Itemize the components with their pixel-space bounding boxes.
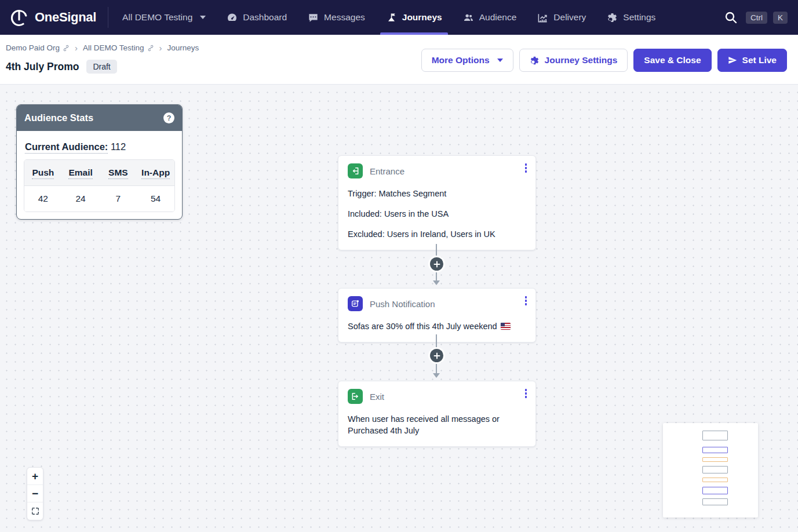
search-icon[interactable] — [722, 8, 740, 27]
nav-item-messages[interactable]: Messages — [297, 0, 376, 35]
page-title: 4th July Promo — [6, 61, 79, 73]
status-badge: Draft — [86, 60, 116, 74]
nav-item-dashboard[interactable]: Dashboard — [216, 0, 297, 35]
button-label: Save & Close — [644, 55, 701, 65]
nav-item-settings[interactable]: Settings — [596, 0, 666, 35]
top-navbar: OneSignal All DEMO Testing Dashboard Mes… — [0, 0, 798, 35]
value-push: 42 — [24, 186, 62, 212]
messages-icon — [308, 12, 319, 23]
column-header-push: Push — [24, 160, 62, 185]
journey-canvas[interactable]: Audience Stats ? Current Audience: 112 P… — [0, 85, 798, 532]
header-actions: More Options Journey Settings Save & Clo… — [421, 49, 787, 72]
kbd-ctrl: Ctrl — [746, 12, 767, 24]
audience-stats-header: Audience Stats ? — [17, 105, 182, 131]
audience-icon — [463, 12, 474, 23]
channel-stats-value-row: 42 24 7 54 — [24, 186, 174, 212]
nav-label: Dashboard — [243, 12, 287, 23]
audience-stats-title: Audience Stats — [24, 112, 93, 123]
minimap-node — [702, 466, 728, 473]
nav-item-delivery[interactable]: Delivery — [527, 0, 596, 35]
nav-label: Audience — [479, 12, 517, 23]
nav-item-audience[interactable]: Audience — [453, 0, 527, 35]
channel-stats-header-row: Push Email SMS In-App — [24, 160, 174, 186]
fit-view-button[interactable] — [27, 502, 43, 520]
us-flag-icon — [501, 323, 511, 330]
delivery-icon — [537, 12, 548, 23]
breadcrumb-separator: › — [159, 43, 162, 53]
entrance-excluded-text: Excluded: Users in Ireland, Users in UK — [348, 228, 526, 240]
breadcrumb-journeys[interactable]: Journeys — [167, 43, 199, 52]
button-label: Journey Settings — [545, 55, 618, 65]
value-sms: 7 — [100, 186, 137, 212]
connector-arrowhead — [433, 280, 440, 285]
push-message-text: Sofas are 30% off this 4th July weekend — [348, 320, 497, 332]
current-audience-row: Current Audience: 112 — [24, 138, 175, 159]
breadcrumb-label: Journeys — [167, 43, 199, 52]
node-label: Push Notification — [370, 299, 435, 309]
dashboard-icon — [227, 12, 238, 23]
app-selector[interactable]: All DEMO Testing — [112, 0, 216, 35]
nav-item-journeys[interactable]: Journeys — [376, 0, 453, 35]
add-step-button[interactable] — [430, 349, 443, 362]
exit-condition-text: When user has received all messages or P… — [348, 413, 516, 436]
connector-arrowhead — [433, 373, 440, 378]
value-email: 24 — [62, 186, 100, 212]
kbd-k: K — [773, 12, 788, 24]
node-label: Entrance — [370, 166, 405, 176]
column-header-email: Email — [62, 160, 100, 185]
entrance-trigger-text: Trigger: Matches Segment — [348, 188, 526, 199]
entrance-node[interactable]: Entrance Trigger: Matches Segment Includ… — [338, 155, 536, 250]
minimap-node — [702, 431, 728, 440]
kebab-menu-icon[interactable] — [523, 387, 529, 400]
push-notification-node[interactable]: Push Notification Sofas are 30% off this… — [338, 288, 536, 342]
nav-items: All DEMO Testing Dashboard Messages — [112, 0, 666, 35]
nav-divider — [108, 7, 108, 28]
nav-label: Settings — [623, 12, 655, 23]
breadcrumb-separator: › — [75, 43, 78, 53]
zoom-in-button[interactable]: + — [27, 468, 43, 485]
current-audience-value: 112 — [111, 141, 126, 152]
exit-node[interactable]: Exit When user has received all messages… — [338, 381, 536, 447]
nav-label: Messages — [324, 12, 365, 23]
link-icon — [147, 45, 154, 52]
breadcrumb-org[interactable]: Demo Paid Org — [6, 43, 70, 52]
app-selector-label: All DEMO Testing — [122, 12, 192, 23]
minimap-node — [702, 447, 728, 453]
column-header-inapp: In-App — [137, 160, 174, 185]
onesignal-logo[interactable]: OneSignal — [9, 0, 108, 35]
paper-plane-icon — [728, 56, 737, 65]
onesignal-logo-icon — [9, 8, 29, 27]
chevron-down-icon — [497, 59, 503, 62]
minimap-node — [702, 487, 728, 494]
column-header-sms: SMS — [100, 160, 137, 185]
kebab-menu-icon[interactable] — [523, 162, 529, 174]
node-label: Exit — [370, 392, 384, 402]
zoom-out-button[interactable]: − — [27, 485, 43, 502]
more-options-button[interactable]: More Options — [421, 49, 513, 72]
brand-name: OneSignal — [35, 10, 96, 25]
breadcrumb-app[interactable]: All DEMO Testing — [83, 43, 154, 52]
nav-label: Journeys — [402, 12, 442, 23]
journeys-icon — [386, 12, 397, 23]
kebab-menu-icon[interactable] — [523, 294, 529, 307]
save-close-button[interactable]: Save & Close — [633, 49, 711, 72]
push-notification-icon — [348, 296, 363, 311]
add-step-button[interactable] — [430, 257, 443, 271]
audience-stats-panel: Audience Stats ? Current Audience: 112 P… — [16, 104, 183, 220]
chevron-down-icon — [200, 16, 206, 19]
set-live-button[interactable]: Set Live — [717, 49, 787, 72]
gear-icon — [530, 56, 540, 65]
journey-settings-button[interactable]: Journey Settings — [519, 49, 628, 72]
fit-view-icon — [31, 507, 39, 515]
minimap-node — [702, 498, 728, 505]
help-icon[interactable]: ? — [163, 112, 174, 123]
minimap-node — [702, 457, 728, 462]
exit-icon — [348, 389, 363, 404]
value-inapp: 54 — [137, 186, 174, 212]
minimap[interactable] — [663, 423, 758, 518]
minimap-node — [702, 478, 728, 482]
entrance-included-text: Included: Users in the USA — [348, 208, 526, 220]
entrance-icon — [348, 163, 363, 178]
breadcrumb-label: All DEMO Testing — [83, 43, 144, 52]
nav-label: Delivery — [553, 12, 586, 23]
